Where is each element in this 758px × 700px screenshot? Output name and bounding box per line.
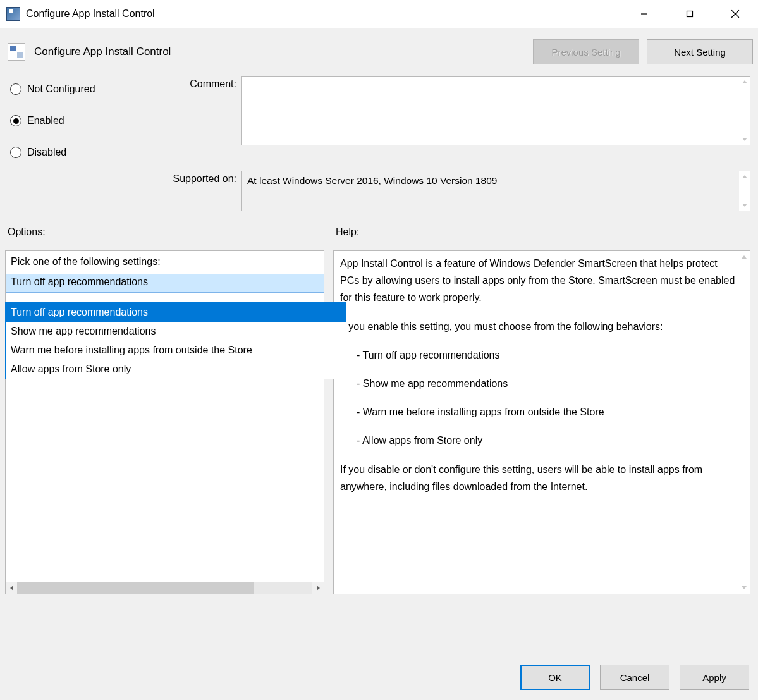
settings-combobox[interactable]: Turn off app recommendations [6, 274, 324, 293]
help-panel: App Install Control is a feature of Wind… [333, 250, 750, 594]
supported-scrollbar[interactable] [739, 171, 750, 211]
scroll-down-icon [742, 586, 747, 589]
supported-on-box: At least Windows Server 2016, Windows 10… [241, 171, 750, 211]
comment-input[interactable] [242, 77, 738, 145]
help-section-label: Help: [336, 226, 359, 238]
scroll-down-icon [742, 138, 747, 141]
app-icon [6, 7, 20, 21]
header-row: Configure App Install Control Previous S… [5, 33, 753, 76]
window-title: Configure App Install Control [26, 8, 155, 20]
radio-label: Enabled [27, 115, 64, 126]
settings-dropdown: Turn off app recommendations Show me app… [5, 302, 346, 379]
scroll-right-icon [312, 582, 324, 594]
supported-on-label: Supported on: [142, 171, 236, 211]
apply-button[interactable]: Apply [680, 665, 749, 690]
title-bar: Configure App Install Control [0, 0, 758, 28]
scroll-down-icon [742, 204, 747, 207]
policy-icon [8, 43, 25, 61]
help-bullet: - Turn off app recommendations [357, 347, 736, 364]
scroll-up-icon [742, 80, 747, 83]
scroll-up-icon [742, 255, 747, 259]
policy-title: Configure App Install Control [34, 46, 171, 58]
minimize-button[interactable] [621, 0, 667, 28]
help-paragraph: App Install Control is a feature of Wind… [340, 255, 736, 307]
close-button[interactable] [712, 0, 758, 28]
radio-disabled[interactable]: Disabled [10, 139, 137, 166]
dropdown-item[interactable]: Warn me before installing apps from outs… [6, 341, 346, 360]
settings-combobox-value: Turn off app recommendations [6, 274, 324, 290]
options-heading: Pick one of the following settings: [6, 251, 324, 274]
help-paragraph: If you disable or don't configure this s… [340, 461, 736, 495]
help-scrollbar[interactable] [738, 252, 749, 593]
comment-scrollbar[interactable] [739, 77, 750, 145]
previous-setting-button: Previous Setting [533, 39, 639, 64]
comment-box [241, 76, 750, 145]
cancel-button[interactable]: Cancel [600, 665, 669, 690]
radio-label: Not Configured [27, 83, 95, 95]
options-panel: Pick one of the following settings: Turn… [5, 250, 324, 594]
comment-label: Comment: [142, 76, 236, 102]
supported-on-value: At least Windows Server 2016, Windows 10… [242, 171, 750, 190]
dropdown-item[interactable]: Allow apps from Store only [6, 360, 346, 379]
maximize-button[interactable] [667, 0, 712, 28]
radio-not-configured[interactable]: Not Configured [10, 76, 137, 102]
svg-rect-1 [687, 11, 693, 17]
help-bullet: - Warn me before installing apps from ou… [357, 403, 736, 421]
options-hscrollbar[interactable] [6, 582, 324, 594]
dropdown-item[interactable]: Turn off app recommendations [6, 303, 346, 322]
radio-label: Disabled [27, 147, 66, 158]
dropdown-item[interactable]: Show me app recommendations [6, 322, 346, 341]
next-setting-button[interactable]: Next Setting [647, 39, 753, 64]
scroll-up-icon [742, 175, 747, 178]
options-section-label: Options: [8, 226, 327, 238]
help-bullet: - Show me app recommendations [357, 375, 736, 392]
client-area: Configure App Install Control Previous S… [0, 28, 758, 700]
radio-enabled[interactable]: Enabled [10, 107, 137, 134]
help-bullet: - Allow apps from Store only [357, 432, 736, 449]
ok-button[interactable]: OK [520, 665, 590, 690]
help-paragraph: If you enable this setting, you must cho… [340, 318, 736, 335]
scroll-left-icon [6, 582, 17, 594]
